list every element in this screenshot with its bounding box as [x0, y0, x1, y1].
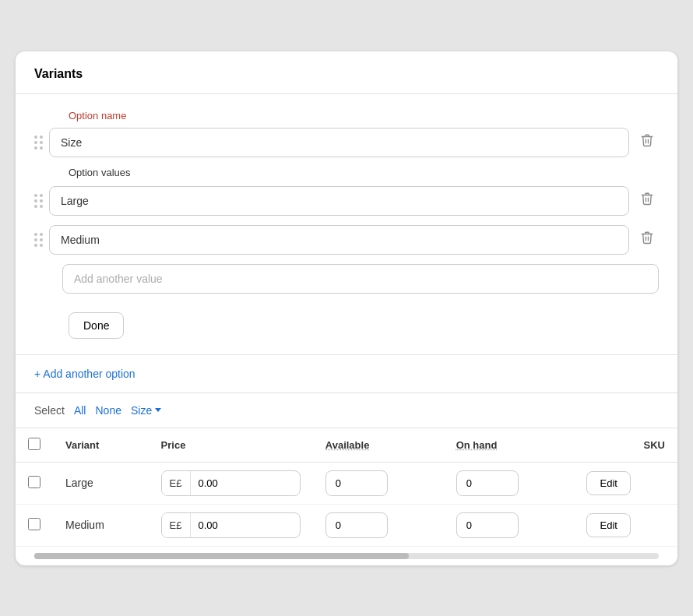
size-filter-label: Size: [131, 404, 152, 417]
row-1-price-wrap: E£: [161, 470, 301, 496]
size-filter-dropdown[interactable]: Size: [131, 404, 161, 417]
row-1-onhand-input[interactable]: [456, 470, 519, 496]
th-available: Available: [313, 428, 444, 463]
horizontal-scrollbar[interactable]: [34, 553, 659, 559]
variants-table: Variant Price Available On hand SKU Larg…: [16, 428, 677, 547]
filter-bar: Select All None Size: [16, 393, 677, 428]
row-2-checkbox-cell: [16, 504, 53, 546]
none-filter-button[interactable]: None: [95, 404, 121, 417]
row-1-onhand-cell: [444, 462, 575, 504]
add-another-option-button[interactable]: + Add another option: [34, 368, 135, 380]
row-1-price-input[interactable]: [191, 471, 245, 495]
th-on-hand: On hand: [444, 428, 575, 463]
delete-value-2-button[interactable]: [635, 226, 659, 253]
row-2-price-wrap: E£: [161, 512, 301, 538]
variants-section: Option name Option values: [16, 94, 677, 355]
row-1-checkbox[interactable]: [28, 476, 40, 488]
row-2-price-cell: E£: [149, 504, 313, 546]
scrollbar-thumb[interactable]: [34, 553, 409, 559]
row-2-available-input[interactable]: [325, 512, 388, 538]
option-name-input[interactable]: [49, 128, 629, 157]
option-values-label: Option values: [69, 167, 659, 178]
table-header-row: Variant Price Available On hand SKU: [16, 428, 677, 463]
row-2-checkbox[interactable]: [28, 518, 40, 530]
all-filter-button[interactable]: All: [74, 404, 86, 417]
row-1-currency-prefix: E£: [162, 471, 191, 495]
option-value-input-2[interactable]: [49, 225, 629, 255]
delete-value-1-button[interactable]: [635, 187, 659, 214]
row-2-edit-button[interactable]: Edit: [586, 513, 630, 537]
row-1-checkbox-cell: [16, 462, 53, 504]
add-value-row: [34, 264, 659, 294]
th-checkbox: [16, 428, 53, 463]
option-value-row-1: [34, 186, 659, 216]
add-option-section: + Add another option: [16, 355, 677, 393]
th-price: Price: [149, 428, 313, 463]
variants-card: Variants Option name Option values: [16, 51, 677, 565]
row-1-available-input[interactable]: [325, 470, 388, 496]
table-row: Large E£ Edit: [16, 462, 677, 504]
row-2-onhand-cell: [444, 504, 575, 546]
row-2-available-cell: [313, 504, 444, 546]
drag-handle-option[interactable]: [34, 136, 43, 150]
add-value-input[interactable]: [62, 264, 659, 294]
row-2-currency-prefix: E£: [162, 513, 191, 537]
row-1-edit-button[interactable]: Edit: [586, 471, 630, 495]
row-2-onhand-input[interactable]: [456, 512, 519, 538]
th-sku: SKU: [574, 428, 677, 463]
drag-handle-value-2[interactable]: [34, 233, 43, 247]
row-1-price-cell: E£: [149, 462, 313, 504]
option-value-input-1[interactable]: [49, 186, 629, 216]
drag-handle-value-1[interactable]: [34, 194, 43, 208]
option-name-label: Option name: [69, 110, 659, 121]
done-button[interactable]: Done: [69, 312, 124, 339]
row-1-available-cell: [313, 462, 444, 504]
row-2-variant: Medium: [53, 504, 149, 546]
row-1-variant: Large: [53, 462, 149, 504]
th-variant: Variant: [53, 428, 149, 463]
chevron-down-icon: [155, 408, 161, 412]
row-2-edit-cell: Edit: [574, 504, 677, 546]
variants-table-container: Variant Price Available On hand SKU Larg…: [16, 428, 677, 547]
select-label: Select: [34, 404, 65, 417]
row-2-price-input[interactable]: [191, 513, 245, 537]
row-1-edit-cell: Edit: [574, 462, 677, 504]
option-name-row: [34, 128, 659, 157]
delete-option-button[interactable]: [635, 128, 659, 156]
table-row: Medium E£ Edit: [16, 504, 677, 546]
card-title: Variants: [16, 51, 677, 94]
select-all-checkbox[interactable]: [28, 438, 40, 450]
option-value-row-2: [34, 225, 659, 255]
